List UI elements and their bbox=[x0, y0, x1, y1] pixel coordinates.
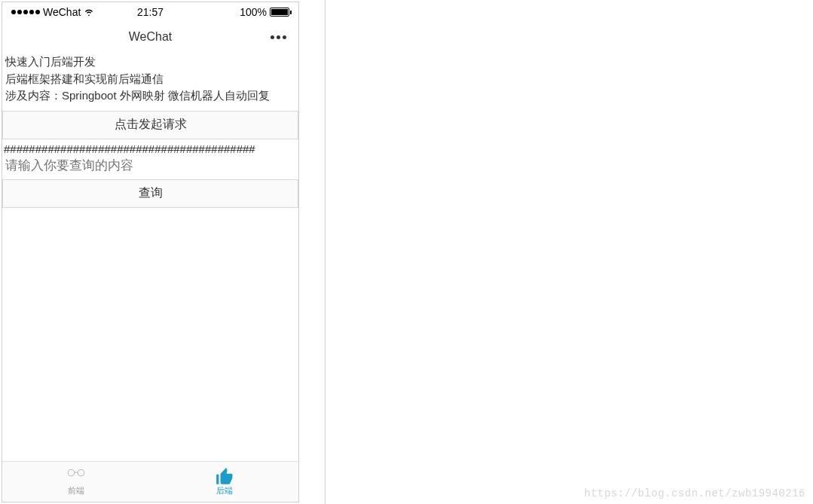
content-line-3: 涉及内容：Springboot 外网映射 微信机器人自动回复 bbox=[5, 87, 295, 105]
tab-bar: 前端 后端 bbox=[2, 461, 298, 502]
tab-backend-label: 后端 bbox=[216, 485, 233, 496]
nav-title: WeChat bbox=[129, 30, 173, 44]
signal-icon bbox=[11, 10, 40, 14]
tab-frontend-label: 前端 bbox=[68, 485, 84, 496]
tab-backend[interactable]: 后端 bbox=[151, 462, 299, 502]
svg-point-1 bbox=[78, 469, 84, 476]
search-button[interactable]: 查询 bbox=[2, 179, 298, 208]
status-left: WeChat bbox=[11, 6, 94, 18]
nav-bar: WeChat bbox=[2, 22, 298, 52]
glasses-icon bbox=[66, 467, 86, 484]
svg-point-0 bbox=[68, 469, 75, 476]
clock: 21:57 bbox=[137, 6, 164, 18]
wifi-icon bbox=[84, 7, 94, 17]
more-icon[interactable] bbox=[270, 35, 286, 39]
content-line-1: 快速入门后端开发 bbox=[5, 53, 295, 71]
status-right: 100% bbox=[240, 6, 289, 18]
content-block: 快速入门后端开发 后端框架搭建和实现前后端通信 涉及内容：Springboot … bbox=[2, 52, 298, 106]
tab-frontend[interactable]: 前端 bbox=[2, 462, 151, 502]
right-panel-divider bbox=[300, 0, 326, 504]
thumbs-up-icon bbox=[215, 467, 234, 484]
search-input[interactable] bbox=[2, 157, 298, 175]
hash-divider: ######################################## bbox=[2, 139, 298, 157]
battery-icon bbox=[270, 8, 289, 17]
carrier-label: WeChat bbox=[43, 6, 81, 18]
request-button-label: 点击发起请求 bbox=[115, 117, 187, 133]
search-button-label: 查询 bbox=[139, 185, 163, 201]
request-button[interactable]: 点击发起请求 bbox=[2, 111, 298, 139]
status-bar: WeChat 21:57 100% bbox=[2, 2, 298, 22]
content-line-2: 后端框架搭建和实现前后端通信 bbox=[5, 71, 295, 88]
phone-frame: WeChat 21:57 100% WeChat 快速入门后端开发 后端框架搭建… bbox=[2, 2, 299, 502]
watermark: https://blog.csdn.net/zwb19940216 bbox=[584, 487, 805, 499]
battery-percent: 100% bbox=[240, 6, 267, 18]
